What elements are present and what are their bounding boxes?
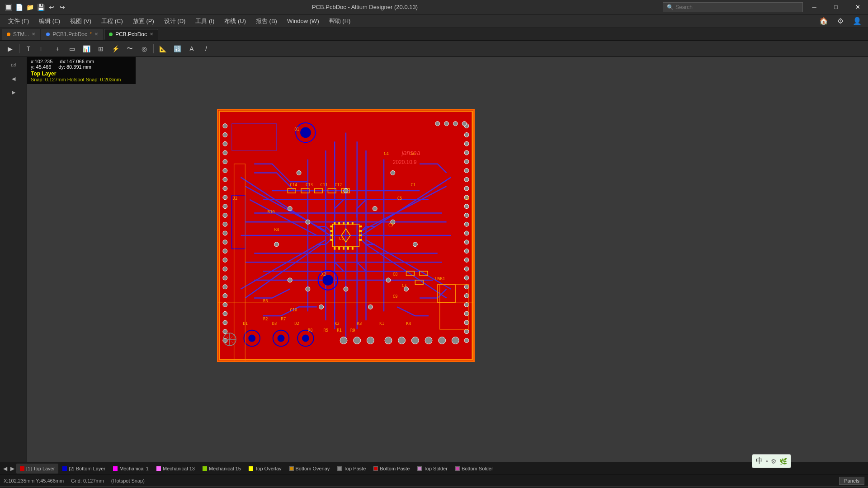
svg-text:R9: R9	[350, 328, 355, 333]
coord-dy: dy: 80.391 mm	[58, 64, 91, 70]
toolbar-measure[interactable]: 📐	[156, 42, 169, 55]
toolbar-crosshair[interactable]: +	[51, 42, 64, 55]
layer-tab-mech1[interactable]: Mechanical 1	[109, 464, 152, 474]
toolbar-chart[interactable]: 📊	[80, 42, 93, 55]
layer-tab-top-paste[interactable]: Top Paste	[334, 464, 369, 474]
coords-overlay: x:102.235 dx:147.066 mm y: 45.466 dy: 80…	[27, 57, 136, 84]
svg-point-18	[464, 267, 469, 271]
menu-view[interactable]: 视图 (V)	[66, 15, 96, 27]
svg-point-84	[302, 335, 309, 342]
new-icon[interactable]: 📄	[14, 3, 24, 12]
menu-file[interactable]: 文件 (F)	[4, 15, 33, 27]
toolbar-text[interactable]: T	[22, 42, 35, 55]
menu-edit[interactable]: 编辑 (E)	[34, 15, 65, 27]
layer-label-1: [1] Top Layer	[26, 466, 55, 471]
tab-dot-pcb	[109, 33, 113, 36]
account-icon[interactable]: 👤	[850, 16, 864, 26]
left-sidebar: Ed ◀ ▶	[0, 57, 27, 462]
menu-tools[interactable]: 工具 (I)	[191, 15, 219, 27]
toolbar-route[interactable]: ⚡	[109, 42, 122, 55]
settings-icon[interactable]: ⚙	[835, 16, 846, 26]
sidebar-nav-left[interactable]: ◀	[4, 72, 24, 85]
svg-point-13	[464, 222, 469, 226]
pcb-board[interactable]: jansna 2020.10.9 Q1 J2 J3 C14 C13 C11 C1…	[217, 109, 475, 362]
svg-point-146	[391, 171, 395, 175]
menu-window[interactable]: Window (W)	[283, 15, 324, 27]
pcb-canvas[interactable]: x:102.235 dx:147.066 mm y: 45.466 dy: 80…	[27, 57, 868, 462]
layer-scroll-left[interactable]: ◀	[2, 465, 9, 472]
minimize-button[interactable]: ─	[804, 0, 825, 14]
tab-pcb1[interactable]: PCB1.PcbDoc * ✕	[41, 29, 103, 40]
sidebar-nav-right[interactable]: ▶	[4, 86, 24, 99]
svg-point-40	[223, 240, 227, 244]
search-box[interactable]: 🔍	[663, 2, 803, 12]
layer-label-bot-overlay: Bottom Overlay	[296, 466, 330, 471]
open-icon[interactable]: 📁	[25, 3, 34, 12]
svg-text:J3: J3	[464, 196, 469, 201]
tab-pcb[interactable]: PCB.PcbDoc ✕	[104, 29, 158, 40]
svg-point-132	[306, 220, 310, 224]
svg-point-140	[344, 287, 348, 291]
svg-point-82	[278, 335, 285, 342]
toolbar-via[interactable]: ◎	[138, 42, 151, 55]
redo-icon[interactable]: ↪	[58, 3, 67, 12]
menu-place[interactable]: 放置 (P)	[128, 15, 159, 27]
toolbar-num[interactable]: 🔢	[171, 42, 184, 55]
svg-point-24	[464, 320, 469, 325]
tab-dot-pcb1	[46, 33, 50, 36]
toolbar-rect[interactable]: ▭	[66, 42, 78, 55]
svg-text:Q1: Q1	[294, 127, 299, 131]
layer-tab-top-overlay[interactable]: Top Overlay	[245, 464, 285, 474]
layer-tab-bot-paste[interactable]: Bottom Paste	[370, 464, 413, 474]
svg-rect-115	[338, 247, 340, 250]
layer-tab-bot-solder[interactable]: Bottom Solder	[452, 464, 497, 474]
toolbar-sep1	[19, 44, 19, 53]
tab-close-pcb1[interactable]: ✕	[94, 32, 98, 37]
toolbar-grid[interactable]: ⊞	[94, 42, 107, 55]
layer-tab-bot-overlay[interactable]: Bottom Overlay	[286, 464, 334, 474]
layer-color-1	[20, 466, 24, 471]
close-button[interactable]: ✕	[847, 0, 868, 14]
tab-close-pcb[interactable]: ✕	[150, 32, 153, 37]
layer-tab-mech13[interactable]: Mechanical 13	[153, 464, 198, 474]
svg-point-88	[385, 337, 392, 344]
ime-popup[interactable]: 中 • ⚙ 🌿	[752, 454, 791, 468]
menu-report[interactable]: 报告 (B)	[251, 15, 282, 27]
save-icon[interactable]: 💾	[36, 3, 45, 12]
tab-close-stm[interactable]: ✕	[32, 32, 35, 37]
toolbar-select[interactable]: ▶	[4, 42, 16, 55]
layer-label-mech13: Mechanical 13	[163, 466, 195, 471]
toolbar-wave[interactable]: 〜	[123, 42, 136, 55]
svg-rect-102	[330, 230, 333, 232]
svg-point-3	[464, 132, 469, 137]
sidebar-edit[interactable]: Ed	[4, 59, 24, 71]
toolbar-track[interactable]: ⊢	[37, 42, 49, 55]
layer-tab-top-solder[interactable]: Top Solder	[414, 464, 451, 474]
undo-icon[interactable]: ↩	[47, 3, 56, 12]
layer-scroll-right[interactable]: ▶	[9, 465, 16, 472]
maximize-button[interactable]: □	[826, 0, 846, 14]
menu-help[interactable]: 帮助 (H)	[325, 15, 355, 27]
toolbar-label[interactable]: A	[185, 42, 198, 55]
menu-project[interactable]: 工程 (C)	[97, 15, 127, 27]
layer-color-top-solder	[417, 466, 422, 471]
panels-button[interactable]: Panels	[839, 477, 864, 485]
layer-tab-1-top[interactable]: [1] Top Layer	[16, 464, 58, 474]
svg-point-89	[398, 337, 406, 344]
layer-label-2: [2] Bottom Layer	[69, 466, 105, 471]
layer-tab-2-bottom[interactable]: [2] Bottom Layer	[59, 464, 109, 474]
tab-stm[interactable]: STM... ✕	[2, 29, 40, 40]
menu-design[interactable]: 设计 (D)	[160, 15, 190, 27]
svg-point-21	[464, 294, 469, 298]
ime-icon-settings[interactable]: ⚙	[771, 458, 777, 465]
svg-point-46	[223, 294, 227, 298]
menu-route[interactable]: 布线 (U)	[220, 15, 250, 27]
search-input[interactable]	[675, 4, 799, 10]
main-area: Ed ◀ ▶ x:102.235 dx:147.066 mm y: 45.466…	[0, 57, 868, 462]
home-icon[interactable]: 🏠	[816, 16, 831, 26]
ime-char-chinese: 中	[756, 456, 763, 466]
layer-tab-mech15[interactable]: Mechanical 15	[199, 464, 245, 474]
svg-point-22	[464, 302, 469, 307]
svg-point-144	[368, 305, 373, 309]
toolbar-line[interactable]: /	[200, 42, 212, 55]
